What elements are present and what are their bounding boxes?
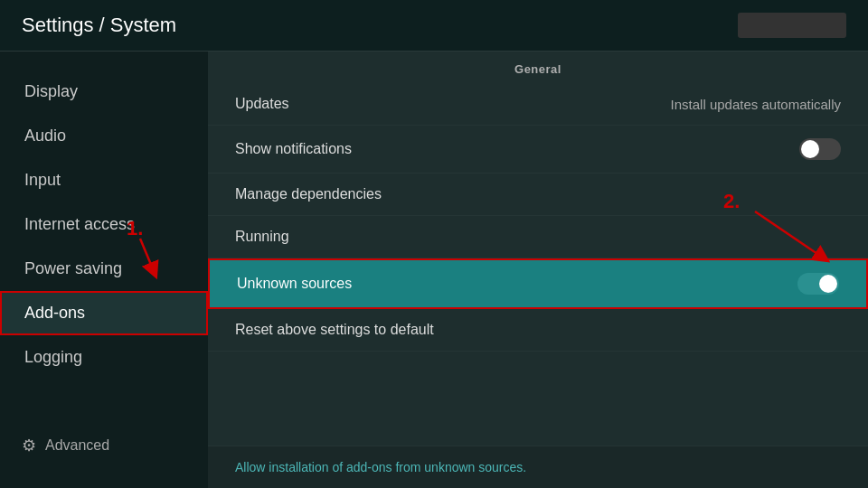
sidebar-footer-advanced[interactable]: ⚙ Advanced [0, 421, 208, 470]
row-running[interactable]: Running [208, 216, 868, 258]
advanced-label: Advanced [45, 437, 109, 454]
toggle-knob-on [819, 275, 837, 293]
sidebar: Display Audio Input Internet access Powe… [0, 52, 208, 488]
content-area: General Updates Install updates automati… [208, 52, 868, 488]
sidebar-item-logging[interactable]: Logging [0, 335, 208, 380]
running-label: Running [235, 229, 289, 245]
sidebar-item-add-ons[interactable]: Add-ons [0, 291, 208, 335]
section-label: General [208, 52, 868, 83]
settings-list: Updates Install updates automatically Sh… [208, 83, 868, 352]
footer-hint: Allow installation of add-ons from unkno… [235, 460, 526, 474]
page-title: Settings / System [22, 14, 176, 37]
row-manage-dependencies[interactable]: Manage dependencies [208, 174, 868, 216]
sidebar-item-display[interactable]: Display [0, 70, 208, 114]
manage-dependencies-label: Manage dependencies [235, 186, 382, 202]
reset-label: Reset above settings to default [235, 322, 434, 338]
sidebar-nav: Display Audio Input Internet access Powe… [0, 70, 208, 421]
sidebar-item-internet-access[interactable]: Internet access [0, 202, 208, 247]
unknown-sources-label: Unknown sources [237, 276, 352, 292]
show-notifications-label: Show notifications [235, 141, 352, 157]
content-body: General Updates Install updates automati… [208, 52, 868, 446]
header-right-area [738, 13, 846, 38]
sidebar-item-power-saving[interactable]: Power saving [0, 247, 208, 291]
header: Settings / System [0, 0, 868, 52]
toggle-knob [801, 140, 819, 158]
content-footer: Allow installation of add-ons from unkno… [208, 446, 868, 488]
gear-icon: ⚙ [22, 436, 36, 455]
sidebar-item-input[interactable]: Input [0, 158, 208, 202]
unknown-sources-toggle[interactable] [797, 273, 839, 295]
updates-label: Updates [235, 96, 289, 112]
updates-value: Install updates automatically [671, 97, 841, 112]
row-reset[interactable]: Reset above settings to default [208, 309, 868, 352]
row-unknown-sources[interactable]: Unknown sources [208, 258, 868, 309]
row-updates[interactable]: Updates Install updates automatically [208, 83, 868, 126]
main-layout: Display Audio Input Internet access Powe… [0, 52, 868, 488]
row-show-notifications[interactable]: Show notifications [208, 126, 868, 174]
sidebar-item-audio[interactable]: Audio [0, 114, 208, 158]
show-notifications-toggle[interactable] [799, 138, 841, 160]
